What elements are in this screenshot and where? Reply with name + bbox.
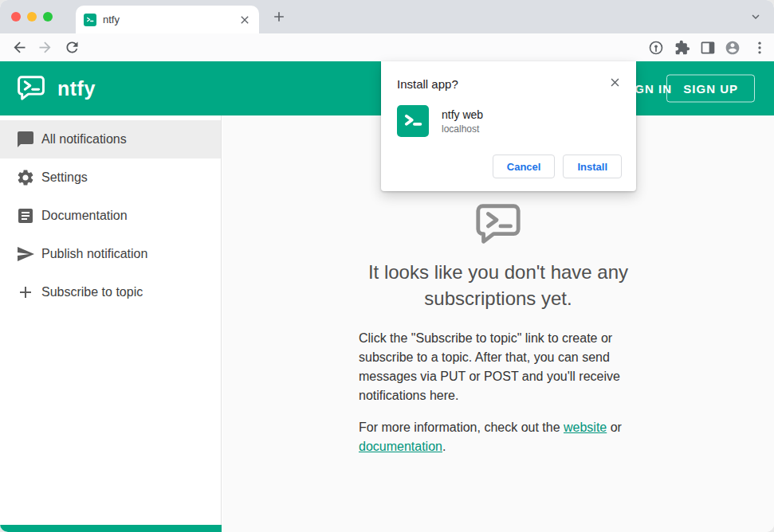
sidebar-item-documentation[interactable]: Documentation [0, 197, 221, 235]
more-info-suffix: . [442, 440, 446, 453]
sidebar: All notifications Settings Documentation… [0, 115, 222, 532]
sidebar-item-all-notifications[interactable]: All notifications [0, 120, 221, 158]
app-title: ntfy [57, 77, 96, 100]
dialog-app-row: ntfy web localhost [397, 105, 622, 137]
dialog-app-name: ntfy web [442, 108, 483, 121]
more-info-prefix: For more information, check out the [359, 421, 564, 434]
kebab-menu-icon[interactable] [752, 40, 768, 56]
install-button[interactable]: Install [563, 155, 622, 178]
empty-state-paragraph: Click the "Subscribe to topic" link to c… [359, 329, 638, 405]
sidebar-item-label: Publish notification [41, 247, 147, 261]
ntfy-app-icon [397, 105, 429, 137]
dialog-title: Install app? [397, 74, 608, 91]
empty-state-body: Click the "Subscribe to topic" link to c… [359, 329, 638, 456]
extensions-icon[interactable] [674, 40, 690, 56]
ntfy-empty-state-logo-icon [473, 200, 523, 249]
sidebar-item-subscribe-to-topic[interactable]: Subscribe to topic [0, 273, 221, 311]
sidebar-item-label: Subscribe to topic [41, 285, 143, 299]
plus-icon [16, 283, 35, 302]
forward-icon[interactable] [37, 39, 53, 56]
ntfy-logo-icon [16, 73, 46, 104]
app-brand: ntfy [16, 61, 96, 115]
browser-toolbar: localhost [0, 33, 774, 61]
window-close-button[interactable] [11, 12, 21, 22]
tab-title: ntfy [103, 14, 238, 25]
ntfy-favicon-icon [84, 14, 96, 26]
window-controls [11, 12, 53, 22]
gear-icon [16, 168, 35, 187]
documentation-link[interactable]: documentation [359, 440, 442, 453]
cancel-button[interactable]: Cancel [493, 155, 556, 178]
tab-search-chevron-icon[interactable] [748, 10, 763, 24]
sidebar-item-settings[interactable]: Settings [0, 158, 221, 197]
browser-window: ntfy localhost [0, 0, 774, 532]
side-panel-icon[interactable] [700, 40, 716, 56]
sidebar-item-label: All notifications [41, 132, 127, 147]
tab-close-icon[interactable] [238, 14, 251, 26]
dialog-app-origin: localhost [442, 123, 483, 135]
browser-tab[interactable]: ntfy [76, 6, 259, 33]
password-manager-icon[interactable] [648, 40, 664, 56]
book-icon [16, 206, 35, 225]
window-zoom-button[interactable] [43, 12, 53, 22]
more-info-paragraph: For more information, check out the webs… [359, 418, 638, 456]
install-app-dialog: Install app? ntfy web localhost Cancel I… [381, 61, 636, 191]
window-minimize-button[interactable] [27, 12, 37, 22]
empty-state-heading: It looks like you don't have any subscri… [339, 259, 658, 311]
dialog-close-icon[interactable] [608, 76, 622, 89]
sign-up-button[interactable]: SIGN UP [666, 75, 755, 103]
dialog-buttons: Cancel Install [397, 155, 622, 178]
tab-strip: ntfy [0, 0, 774, 33]
sidebar-item-label: Settings [41, 170, 88, 185]
website-link[interactable]: website [564, 421, 607, 434]
back-icon[interactable] [11, 39, 28, 56]
chat-icon [16, 130, 35, 149]
dialog-app-text: ntfy web localhost [442, 108, 483, 135]
profile-avatar-icon[interactable] [725, 40, 741, 56]
sidebar-item-label: Documentation [41, 209, 128, 223]
reload-icon[interactable] [64, 39, 81, 56]
send-icon [16, 244, 35, 264]
sidebar-item-publish-notification[interactable]: Publish notification [0, 235, 221, 273]
new-tab-button[interactable] [271, 9, 287, 25]
sidebar-footer-bar [0, 525, 222, 532]
dialog-title-row: Install app? [397, 74, 622, 91]
more-info-mid: or [607, 421, 622, 434]
